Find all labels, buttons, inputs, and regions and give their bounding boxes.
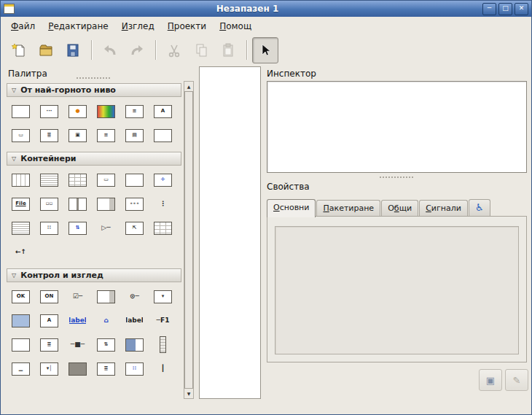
palette-item-hscrollbar[interactable] xyxy=(63,357,92,381)
menu-projects[interactable]: Проекти xyxy=(161,18,213,34)
paste-button[interactable] xyxy=(215,37,241,63)
menu-file[interactable]: Файл xyxy=(4,18,42,34)
palette-item-list-dialog[interactable]: ≡ xyxy=(92,123,120,147)
undo-button[interactable] xyxy=(97,37,123,63)
palette-section-header-2[interactable]: ▽Контрол и изглед xyxy=(7,268,181,282)
palette-item-expander[interactable]: ▷─ xyxy=(92,216,120,240)
palette-item-hbox[interactable] xyxy=(7,168,35,192)
palette-item-file-selection-dialog[interactable]: ≡ xyxy=(120,99,149,123)
palette-item-dialog-box[interactable]: ··· xyxy=(35,99,63,123)
vscrollbar-icon xyxy=(160,336,166,353)
menu-edit[interactable]: Редактиране xyxy=(42,18,115,34)
assistant-icon xyxy=(154,129,172,142)
palette-item-link-label[interactable]: label xyxy=(63,309,92,333)
tab-accessibility[interactable]: ♿ xyxy=(469,199,490,217)
palette-section-header-1[interactable]: ▽Контейнери xyxy=(7,152,181,166)
palette-item-option-menu[interactable]: ▾ xyxy=(149,284,177,309)
palette-item-accelerator[interactable]: ─F1 xyxy=(149,309,177,333)
scrollbar-thumb[interactable] xyxy=(184,91,193,389)
maximize-button[interactable]: □ xyxy=(498,3,512,15)
palette-item-spin-button[interactable]: ⇅ xyxy=(92,333,120,357)
tab-common[interactable]: Общи xyxy=(381,200,418,217)
palette-item-window[interactable] xyxy=(7,99,35,123)
palette-item-progress-bar[interactable] xyxy=(120,333,149,357)
palette-scrollbar[interactable]: ▲ ▼ xyxy=(184,81,194,399)
palette-item-viewport[interactable] xyxy=(149,216,177,240)
palette-item-vpaned[interactable] xyxy=(63,192,92,216)
input-dialog-icon: ▭ xyxy=(12,129,30,142)
inspector-view[interactable] xyxy=(267,81,527,173)
palette-item-handle-box[interactable] xyxy=(7,216,35,240)
palette-item-frame[interactable] xyxy=(120,168,149,192)
properties-title: Свойства xyxy=(267,182,310,192)
menu-view[interactable]: Изглед xyxy=(115,18,161,34)
palette-item-entry[interactable] xyxy=(7,309,35,333)
save-button[interactable] xyxy=(60,37,86,63)
palette-item-hpaned[interactable] xyxy=(92,192,120,216)
edit-button[interactable]: ✎ xyxy=(505,369,528,391)
palette-item-icon-grid[interactable]: ∷ xyxy=(120,357,149,381)
palette-item-vseparator[interactable]: ┃ xyxy=(149,357,177,381)
palette-item-hbuttonbox[interactable]: ∘∘∘ xyxy=(120,192,149,216)
palette-item-font-selection-dialog[interactable]: A xyxy=(149,99,177,123)
palette-item-vscrollbar[interactable] xyxy=(149,333,177,357)
new-button[interactable] xyxy=(6,37,32,63)
palette-item-combo-box-entry[interactable]: ▾│ xyxy=(35,357,63,381)
scroll-down-icon[interactable]: ▼ xyxy=(184,388,193,398)
palette-item-combo-box[interactable] xyxy=(92,284,120,309)
close-button[interactable]: ✕ xyxy=(515,3,528,15)
palette-item-vbuttonbox[interactable]: ⋮ xyxy=(149,192,177,216)
palette-item-layout[interactable]: ⇱ xyxy=(120,216,149,240)
palette-item-hscale[interactable]: ─■─ xyxy=(63,333,92,357)
tab-general[interactable]: Основни xyxy=(267,199,316,217)
palette-item-menubar[interactable]: File xyxy=(7,192,35,216)
palette-item-toolbar[interactable]: ▫▫ xyxy=(35,192,63,216)
design-canvas[interactable] xyxy=(199,66,261,399)
vpaned-icon xyxy=(69,198,87,211)
titlebar[interactable]: Незапазен 1 ─ □ ✕ xyxy=(1,1,531,17)
palette-grip[interactable] xyxy=(77,77,110,79)
palette-item-radio-button[interactable]: ⊙─ xyxy=(120,284,149,309)
palette-item-assistant[interactable] xyxy=(149,123,177,147)
copy-button[interactable] xyxy=(188,37,214,63)
palette-item-accel-label[interactable]: A xyxy=(35,309,63,333)
palette-item-message-dialog[interactable]: ● xyxy=(63,99,92,123)
palette-item-list-view[interactable]: ≣ xyxy=(92,357,120,381)
palette-item-statusbar[interactable]: ▁ xyxy=(7,357,35,381)
palette-item-toggle-button[interactable]: ON xyxy=(35,284,63,309)
apply-button[interactable]: ▣ xyxy=(479,369,502,391)
palette-item-text-dialog[interactable]: ▤ xyxy=(120,123,149,147)
palette-item-about-dialog[interactable]: ▣ xyxy=(63,123,92,147)
open-button[interactable] xyxy=(33,37,59,63)
window-menu-icon[interactable] xyxy=(4,4,15,14)
palette-item-text-view[interactable]: ≣ xyxy=(35,333,63,357)
selector-button[interactable] xyxy=(252,37,278,63)
minimize-button[interactable]: ─ xyxy=(482,3,496,15)
palette-section-header-0[interactable]: ▽От най-горното ниво xyxy=(7,83,181,97)
scroll-up-icon[interactable]: ▲ xyxy=(184,82,193,92)
expander-icon: ▷─ xyxy=(97,222,115,235)
palette-item-notebook[interactable]: ▭ xyxy=(92,168,120,192)
palette-item-image[interactable]: ⌂ xyxy=(92,309,120,333)
palette-item-input-dialog[interactable]: ▭ xyxy=(7,123,35,147)
menu-help[interactable]: Помощ xyxy=(213,18,258,34)
palette-item-vbox[interactable] xyxy=(35,168,63,192)
cut-button[interactable] xyxy=(161,37,187,63)
palette-item-fixed[interactable]: ✛ xyxy=(149,168,177,192)
palette-item-iconview[interactable]: ∷ xyxy=(35,216,63,240)
redo-button[interactable] xyxy=(124,37,150,63)
palette-item-button[interactable]: OK xyxy=(7,284,35,309)
palette-item-table[interactable] xyxy=(63,168,92,192)
palette-item-scrolled-window[interactable]: ⇅ xyxy=(63,216,92,240)
palette-item-color-selection-dialog[interactable] xyxy=(92,99,120,123)
menubar-icon: File xyxy=(12,198,30,211)
palette-item-label[interactable]: label xyxy=(120,309,149,333)
palette-item-file-chooser-dialog[interactable]: ≣ xyxy=(35,123,63,147)
palette-item-text-entry[interactable] xyxy=(7,333,35,357)
tab-packing[interactable]: Пакетиране xyxy=(316,200,380,217)
tab-signals[interactable]: Сигнали xyxy=(419,200,468,217)
palette-item-check-button[interactable]: ☑─ xyxy=(63,284,92,309)
palette-item-alignment[interactable]: ←↑ xyxy=(7,240,35,264)
inspector-grip[interactable] xyxy=(380,177,413,178)
properties-page[interactable] xyxy=(275,226,519,354)
